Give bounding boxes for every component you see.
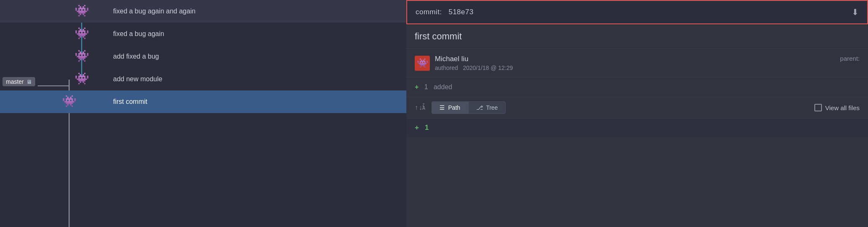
commit-avatar-4: 👾	[75, 72, 89, 85]
view-all-files-toggle[interactable]: View all files	[814, 104, 860, 111]
added-label: added	[434, 83, 452, 90]
graph-line-area: 👾	[0, 23, 109, 45]
added-text: + 1 added	[415, 83, 452, 90]
path-toggle-button[interactable]: ☰ Path	[431, 101, 468, 114]
author-info: Michael liu authored 2020/1/18 @ 12:29	[435, 55, 513, 71]
svg-text:↑: ↑	[415, 104, 418, 111]
tree-label: Tree	[486, 104, 498, 111]
commit-avatar-5: 👾	[62, 94, 77, 108]
toolbar-section: ↑ ↓ A Z ☰ Path ⎇ Tree View all files	[406, 97, 868, 119]
commit-message-3: add fixed a bug	[109, 53, 159, 60]
tree-icon: ⎇	[476, 104, 483, 111]
graph-line-area: 👾	[0, 0, 109, 23]
file-count-text: + 1	[415, 124, 429, 132]
author-meta: authored 2020/1/18 @ 12:29	[435, 64, 513, 71]
sort-icon: ↑ ↓ A Z	[415, 103, 426, 112]
graph-line-area: 👾	[0, 90, 109, 113]
view-all-checkbox[interactable]	[814, 104, 822, 111]
author-name: Michael liu	[435, 55, 513, 63]
commit-title-section: first commit	[406, 24, 868, 49]
file-added-count: 1	[425, 124, 429, 132]
parent-label: parent:	[840, 55, 860, 62]
author-avatar	[415, 56, 430, 71]
graph-line-area: 👾	[0, 45, 109, 68]
right-panel: commit: 518e73 ⬇ first commit Michael li…	[406, 0, 868, 227]
tree-toggle-button[interactable]: ⎇ Tree	[468, 101, 506, 114]
graph-line-area: 👾	[0, 68, 109, 90]
file-plus-icon: +	[415, 124, 419, 132]
view-all-label: View all files	[825, 104, 860, 111]
commit-message-5: first commit	[109, 98, 147, 106]
commit-header: commit: 518e73 ⬇	[406, 0, 868, 24]
path-label: Path	[448, 104, 460, 111]
commit-hash: 518e73	[449, 8, 474, 16]
commit-avatar-1: 👾	[75, 4, 89, 18]
author-section: Michael liu authored 2020/1/18 @ 12:29 p…	[406, 49, 868, 77]
authored-label: authored	[435, 64, 458, 71]
commit-row[interactable]: 👾 add fixed a bug	[0, 45, 406, 68]
path-icon: ☰	[439, 104, 445, 111]
commit-message-4: add new module	[109, 75, 162, 83]
commit-title: first commit	[415, 31, 462, 41]
left-panel: ✓ feature_test 🖥 master 🖥 👾 fixed a bug …	[0, 0, 406, 227]
sort-button[interactable]: ↑ ↓ A Z	[415, 103, 426, 112]
commit-row[interactable]: 👾 fixed a bug again	[0, 23, 406, 45]
changes-section: + 1 added	[406, 77, 868, 97]
authored-date: 2020/1/18 @ 12:29	[463, 64, 513, 71]
svg-text:↓: ↓	[419, 104, 422, 111]
commit-avatar-3: 👾	[75, 49, 89, 63]
commit-row[interactable]: 👾 fixed a bug again and again	[0, 0, 406, 23]
author-left: Michael liu authored 2020/1/18 @ 12:29	[415, 55, 513, 71]
commit-row[interactable]: 👾 add new module	[0, 68, 406, 90]
commit-hash-text: commit: 518e73	[416, 8, 473, 16]
download-icon[interactable]: ⬇	[852, 7, 859, 17]
svg-text:Z: Z	[422, 103, 425, 107]
file-count-section: + 1	[406, 119, 868, 137]
commit-message-2: fixed a bug again	[109, 30, 164, 38]
commit-row-selected[interactable]: 👾 first commit	[0, 90, 406, 113]
plus-icon: +	[415, 83, 418, 90]
added-count: 1	[424, 83, 428, 90]
commit-label: commit:	[416, 8, 442, 16]
commit-message-1: fixed a bug again and again	[109, 8, 196, 15]
view-toggle: ☰ Path ⎇ Tree	[431, 101, 506, 114]
commit-avatar-2: 👾	[75, 26, 89, 40]
